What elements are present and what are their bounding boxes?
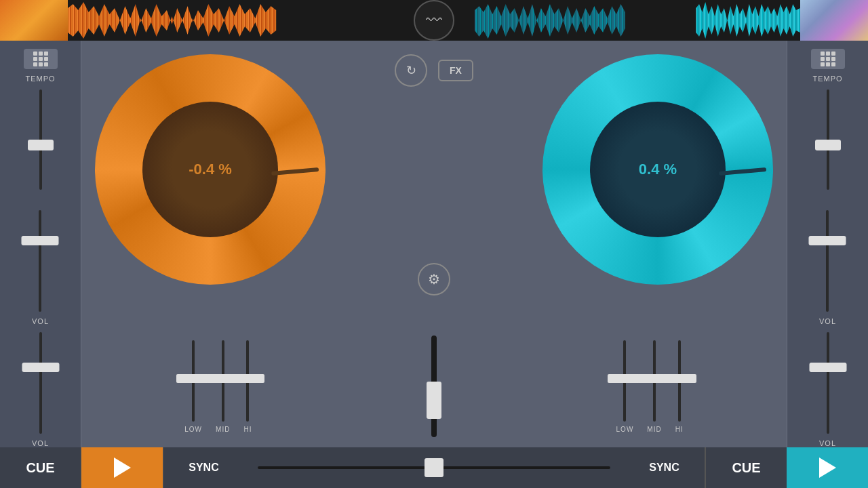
left-eq-hi-label: HI <box>243 426 252 433</box>
right-eq-hi: HI <box>675 340 684 433</box>
left-waveform[interactable] <box>68 0 393 41</box>
reload-button[interactable]: ↻ <box>395 54 427 87</box>
left-master-vol-handle[interactable] <box>22 363 59 372</box>
play-left-button[interactable] <box>81 447 163 488</box>
right-eq-low-label: LOW <box>616 426 634 433</box>
center-main-fader <box>431 336 437 437</box>
right-eq-hi-handle[interactable] <box>663 374 696 383</box>
right-tempo-display: 0.4 % <box>639 161 677 178</box>
reload-icon: ↻ <box>406 63 416 78</box>
center-deck-area: -0.4 % ↻ FX ⚙ 0.4 % <box>81 41 787 325</box>
right-master-vol-track <box>827 332 829 434</box>
left-master-vol-label: VOL <box>32 439 49 447</box>
left-eq-hi: HI <box>243 340 252 433</box>
right-tempo-handle[interactable] <box>815 140 841 150</box>
right-vol-section: VOL <box>819 203 836 325</box>
right-waveform-ahead <box>696 0 800 41</box>
right-turntable[interactable]: 0.4 % <box>542 54 773 285</box>
left-turntable[interactable]: -0.4 % <box>95 54 326 285</box>
right-vol-handle[interactable] <box>809 236 846 245</box>
left-side-panel: TEMPO VOL <box>0 41 81 325</box>
left-album-art <box>0 0 68 41</box>
cue-left-button[interactable]: CUE <box>0 447 81 488</box>
logo-wave-icon: 〰 <box>426 11 442 30</box>
mixer-center: LOW MID HI <box>81 325 787 447</box>
left-tempo-track <box>39 89 42 190</box>
right-eq-low-handle[interactable] <box>608 374 642 383</box>
decks-row: TEMPO VOL -0.4 % ↻ <box>0 41 868 325</box>
left-eq-low-handle[interactable] <box>176 374 210 383</box>
right-master-vol-label: VOL <box>819 439 836 447</box>
right-eq-mid-label: MID <box>647 426 661 433</box>
play-right-icon <box>819 458 836 478</box>
app-logo: 〰 <box>414 0 454 41</box>
left-eq-hi-track <box>246 340 249 422</box>
left-eq-hi-handle[interactable] <box>231 374 264 383</box>
middle-zone: ↻ FX ⚙ <box>339 41 529 325</box>
left-eq-mid-track <box>222 340 224 422</box>
play-right-button[interactable] <box>787 447 868 488</box>
center-main-handle[interactable] <box>427 382 441 419</box>
left-vol-section: VOL <box>32 203 49 325</box>
settings-button[interactable]: ⚙ <box>418 263 450 296</box>
right-waveform[interactable] <box>475 0 800 41</box>
left-eq-low: LOW <box>184 340 202 433</box>
left-turntable-inner: -0.4 % <box>142 102 278 237</box>
left-eq-low-label: LOW <box>184 426 202 433</box>
bottom-crossfader-handle[interactable] <box>425 458 443 477</box>
sync-right-button[interactable]: SYNC <box>624 447 705 488</box>
left-vol-track <box>39 210 41 312</box>
right-album-art <box>800 0 868 41</box>
center-main-track <box>431 336 437 437</box>
right-master-vol-handle[interactable] <box>809 363 846 372</box>
left-eq-mid: MID <box>216 340 230 433</box>
left-eq-group: LOW MID HI <box>184 340 252 433</box>
right-turntable-inner: 0.4 % <box>590 102 726 237</box>
right-eq-group: LOW MID HI <box>616 340 684 433</box>
right-turntable-zone: 0.4 % <box>529 41 787 325</box>
top-center-logo-area: 〰 <box>393 0 475 41</box>
bottom-bar: CUE SYNC SYNC CUE <box>0 447 868 488</box>
left-grid-button[interactable] <box>24 49 58 69</box>
gear-icon: ⚙ <box>428 271 440 287</box>
left-eq-mid-label: MID <box>216 426 230 433</box>
right-tempo-track <box>827 89 829 190</box>
right-album-image <box>800 0 868 41</box>
right-tempo-label: TEMPO <box>812 75 842 83</box>
left-album-image <box>0 0 68 41</box>
fx-button[interactable]: FX <box>438 60 473 81</box>
bottom-crossfader-area <box>244 447 624 488</box>
left-turntable-zone: -0.4 % <box>81 41 339 325</box>
right-needle <box>719 167 766 176</box>
bottom-crossfader-track <box>258 466 610 469</box>
left-tempo-handle[interactable] <box>28 140 54 150</box>
right-waveform-played <box>475 0 696 41</box>
right-vol-track <box>826 210 829 312</box>
cue-right-button[interactable]: CUE <box>705 447 787 488</box>
right-eq-low: LOW <box>616 340 634 433</box>
mixer-row: VOL LOW MID HI <box>0 325 868 447</box>
left-grid-icon <box>33 52 48 66</box>
right-side-panel: TEMPO VOL <box>787 41 868 325</box>
top-bar: 〰 <box>0 0 868 41</box>
left-eq-low-track <box>192 340 195 422</box>
right-eq-mid: MID <box>647 340 661 433</box>
right-vol-label: VOL <box>819 317 836 325</box>
right-eq-hi-track <box>678 340 681 422</box>
right-eq-hi-label: HI <box>675 426 684 433</box>
right-grid-icon <box>821 52 835 66</box>
left-waveform-played <box>68 0 328 41</box>
left-tempo-label: TEMPO <box>25 75 55 83</box>
left-tempo-display: -0.4 % <box>189 161 232 178</box>
sync-left-button[interactable]: SYNC <box>163 447 244 488</box>
play-left-icon <box>114 458 131 478</box>
right-eq-mid-track <box>653 340 656 422</box>
left-needle <box>271 167 319 176</box>
right-grid-button[interactable] <box>811 49 845 69</box>
left-vol-handle[interactable] <box>22 236 59 245</box>
left-mixer-side: VOL <box>0 325 81 447</box>
fx-label: FX <box>450 65 462 76</box>
left-vol-label: VOL <box>32 317 49 325</box>
right-mixer-side: VOL <box>787 325 868 447</box>
left-master-vol-track <box>39 332 42 434</box>
